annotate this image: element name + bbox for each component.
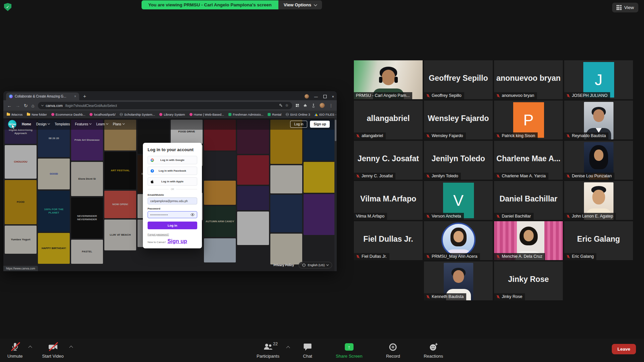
leave-button[interactable]: Leave <box>612 344 636 354</box>
record-button[interactable]: Record <box>386 342 400 359</box>
scrollbar-thumb[interactable] <box>335 120 336 141</box>
browser-tab[interactable]: C Collaborate & Create Amazing G... × <box>6 93 79 100</box>
participant-tile[interactable]: Denise Lou Punzalan <box>564 141 633 180</box>
canva-nav-home[interactable]: Home <box>22 122 31 126</box>
unmute-button[interactable]: Unmute <box>7 342 23 359</box>
participant-tile[interactable]: Jenilyn ToledoJenilyn Toledo <box>424 141 493 180</box>
bookmark-item[interactable]: ISO FILES - Google... <box>314 113 337 116</box>
folder-icon <box>27 113 30 116</box>
privacy-policy-link[interactable]: Privacy Policy <box>273 263 294 267</box>
site-info-icon[interactable] <box>41 104 44 106</box>
show-password-eye-icon[interactable] <box>191 213 195 216</box>
participant-tile[interactable]: Wensley FajardoWensley Fajardo <box>424 101 493 139</box>
participant-tile[interactable]: Jinky RoseJinky Rose <box>494 261 563 300</box>
bookmark-item[interactable]: Rental <box>268 113 281 116</box>
url-host: canva.com <box>46 104 63 108</box>
bookmark-item[interactable]: iMacros <box>7 113 22 116</box>
email-field[interactable]: carlpamplona@prmsu.edu.ph <box>148 197 197 204</box>
new-tab-button[interactable]: + <box>83 93 86 99</box>
reload-button[interactable]: ↻ <box>24 103 28 108</box>
participant-tile[interactable]: Charlene Mae A...Charlene Mae A. Yarcia <box>494 141 563 180</box>
participant-tile[interactable]: allangabrielallangabriel <box>354 101 423 139</box>
participant-name: allangabriel <box>354 101 423 136</box>
muted-mic-icon <box>566 134 570 138</box>
canva-logo[interactable]: Canva <box>8 120 16 128</box>
password-key-icon[interactable] <box>279 104 283 107</box>
participant-tile[interactable]: Kenneth Bautista <box>424 261 493 300</box>
chevron-up-icon[interactable] <box>28 346 32 349</box>
extensions-puzzle-icon[interactable] <box>303 104 307 108</box>
participant-tile[interactable]: Eric GalangEric Galang <box>564 221 633 260</box>
participant-tile[interactable]: Geoffrey SepilloGeoffrey Sepillo <box>424 60 493 99</box>
start-video-button[interactable]: Start Video <box>42 342 64 359</box>
bookmark-item[interactable]: Library System <box>159 113 185 116</box>
reactions-button[interactable]: Reactions <box>424 342 443 359</box>
chevron-up-icon[interactable] <box>69 346 73 349</box>
participant-tile[interactable]: PRMSU - Carl Angelo Pam... <box>354 60 423 99</box>
home-button[interactable]: ⌂ <box>32 103 34 108</box>
participant-tile[interactable]: John Lenon E. Agatep <box>564 181 633 220</box>
modal-login-button[interactable]: Log in <box>148 222 197 229</box>
login-with-apple-button[interactable]: Log in with Apple <box>148 177 197 186</box>
participant-tile[interactable]: Menchie A. Dela Cruz <box>494 221 563 260</box>
bookmark-item[interactable]: Home | Web-Based... <box>190 113 224 116</box>
participant-tile[interactable]: Fiel Dullas Jr.Fiel Dullas Jr. <box>354 221 423 260</box>
window-maximize-button[interactable] <box>323 95 327 98</box>
window-profile-avatar[interactable] <box>305 94 309 99</box>
canva-nav-features[interactable]: Features <box>75 122 91 126</box>
canva-login-button[interactable]: Log in <box>290 121 307 128</box>
chat-button[interactable]: Chat <box>303 342 312 359</box>
bookmark-star-icon[interactable]: ☆ <box>285 103 288 108</box>
encryption-shield-icon[interactable]: ✓ <box>4 3 11 11</box>
muted-mic-icon <box>426 295 430 299</box>
view-options-button[interactable]: View Options <box>278 0 322 9</box>
participant-tile[interactable]: PPatrick king Sison <box>494 101 563 139</box>
browser-menu-icon[interactable]: ⋮ <box>329 104 333 108</box>
canva-nav-plans[interactable]: Plans <box>113 122 124 126</box>
tab-close-icon[interactable]: × <box>74 95 76 98</box>
bookmark-item[interactable]: localhost/ipor5/ <box>90 113 115 116</box>
language-selector[interactable]: English (US) <box>299 262 332 268</box>
bookmark-item[interactable]: SIAS Online 3 <box>286 113 310 116</box>
forward-button[interactable]: → <box>15 103 20 108</box>
bookmark-item[interactable]: New folder <box>27 113 47 116</box>
participant-tile[interactable]: JJOSEPH JULIANO <box>564 60 633 99</box>
participant-tile[interactable]: PRMSU_May Ann Acera <box>424 221 493 260</box>
pink-icon <box>190 113 193 116</box>
page-scrollbar[interactable] <box>334 118 337 271</box>
forgot-password-link[interactable]: Forgot password? <box>148 233 197 236</box>
canva-nav-design[interactable]: Design <box>36 122 50 126</box>
view-button[interactable]: View <box>612 3 638 12</box>
participant-label: PRMSU_May Ann Acera <box>424 253 480 260</box>
bookmark-item[interactable]: Ecommerce Dashb... <box>51 113 86 116</box>
participant-name: Jenny C. Josafat <box>354 141 423 176</box>
share-screen-button[interactable]: ↑Share Screen <box>336 342 363 359</box>
meeting-toolbar: UnmuteStart Video Participants22Chat↑Sha… <box>0 339 644 362</box>
bookmark-item[interactable]: Freshman Admissio... <box>228 113 263 116</box>
participant-tile[interactable]: Daniel BachillarDaniel Bachillar <box>494 181 563 220</box>
canva-nav-templates[interactable]: Templates <box>55 122 70 126</box>
participant-tile[interactable]: anonuevoo bryananonuevoo bryan <box>494 60 563 99</box>
password-field[interactable]: •••••••••••••• <box>148 211 197 218</box>
chevron-up-icon[interactable] <box>286 346 290 350</box>
back-button[interactable]: ← <box>7 103 12 108</box>
window-minimize-button[interactable]: — <box>314 95 318 99</box>
participant-name: Daniel Bachillar <box>494 181 563 217</box>
canva-nav-learn[interactable]: Learn <box>96 122 108 126</box>
login-with-google-button[interactable]: Log in with Google <box>148 156 197 164</box>
participant-tile[interactable]: Reynaldo Bautista <box>564 101 633 139</box>
bookmark-label: ISO FILES - Google... <box>319 113 337 116</box>
participant-tile[interactable]: Jenny C. JosafatJenny C. Josafat <box>354 141 423 180</box>
browser-profile-avatar[interactable] <box>320 103 325 108</box>
signup-link[interactable]: Sign up <box>167 238 187 244</box>
participants-button[interactable]: Participants22 <box>257 342 279 359</box>
flask-icon[interactable] <box>312 104 315 108</box>
participant-tile[interactable]: VVerson Ancheta <box>424 181 493 220</box>
qr-code-icon[interactable] <box>296 104 299 107</box>
login-with-facebook-button[interactable]: f Log in with Facebook <box>148 167 197 175</box>
participant-tile[interactable]: Vilma M.ArfapoVilma M.Arfapo <box>354 181 423 220</box>
bookmark-item[interactable]: Scholarship System... <box>120 113 155 116</box>
window-close-button[interactable]: × <box>332 95 334 99</box>
address-bar[interactable]: canva.com /login?shouldClearGotAutoSelec… <box>38 102 292 109</box>
canva-signup-button[interactable]: Sign up <box>310 121 330 128</box>
